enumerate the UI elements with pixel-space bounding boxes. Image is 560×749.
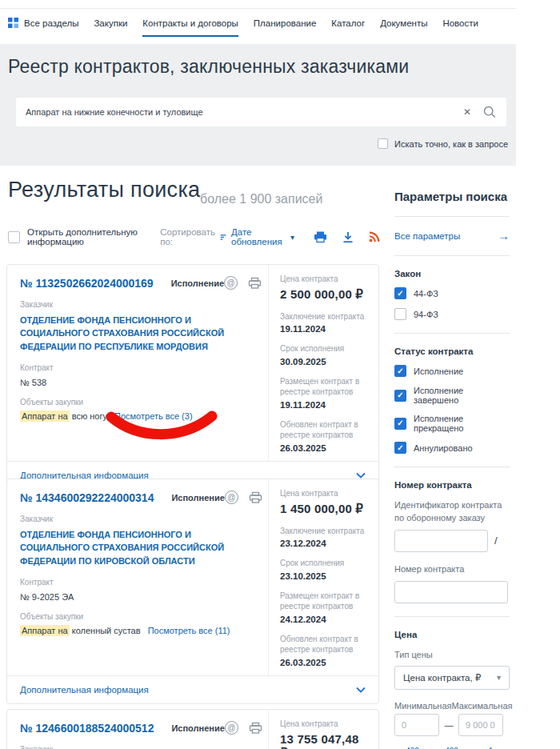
- nav-label: Все разделы: [24, 18, 78, 28]
- view-all-link[interactable]: Посмотреть все (11): [148, 626, 230, 635]
- status-section-title: Статус контракта: [394, 346, 510, 356]
- contract-number-link[interactable]: № 1434600292224000314: [20, 491, 154, 504]
- contracts-registry-page: Все разделы Закупки Контракты и договоры…: [0, 0, 560, 749]
- divider: [394, 616, 510, 617]
- contract-number-link[interactable]: № 1132502662024000169: [20, 277, 154, 290]
- contract-number-label: Номер контракта: [394, 563, 510, 576]
- nav-catalog[interactable]: Каталог: [331, 18, 365, 28]
- price-label: Цена контракта: [280, 719, 367, 730]
- contract-card: № 1434600292224000314 Исполнение @ Заказ…: [6, 479, 379, 704]
- subscribe-icon[interactable]: @: [225, 491, 238, 504]
- nav-label: Каталог: [331, 18, 365, 28]
- status-annulled-checkbox[interactable]: [394, 442, 406, 454]
- nav-news[interactable]: Новости: [442, 18, 478, 28]
- customer-link[interactable]: ОТДЕЛЕНИЕ ФОНДА ПЕНСИОННОГО И СОЦИАЛЬНОГ…: [20, 528, 255, 568]
- date-value: 24.12.2024: [280, 615, 367, 624]
- status-terminated-checkbox[interactable]: [394, 418, 406, 430]
- sort-value-link[interactable]: Дате обновления: [231, 227, 286, 246]
- status-option: Исполнение завершено: [394, 386, 510, 405]
- law-94fz-checkbox[interactable]: [394, 308, 406, 320]
- nav-purchases[interactable]: Закупки: [94, 18, 127, 28]
- customer-label: Заказчик: [20, 299, 255, 310]
- view-all-link[interactable]: Посмотреть все (3): [114, 411, 193, 421]
- date-value: 26.03.2025: [280, 658, 367, 667]
- price-type-select[interactable]: Цена контракта, ₽ ▾: [394, 666, 510, 690]
- status-completed-checkbox[interactable]: [394, 390, 406, 402]
- search-input[interactable]: [16, 98, 463, 126]
- subscribe-icon[interactable]: @: [224, 276, 238, 290]
- subscribe-icon[interactable]: @: [225, 721, 238, 735]
- hero-section: Реестр контрактов, заключенных заказчика…: [0, 44, 516, 166]
- max-price-input[interactable]: [458, 714, 503, 736]
- law-option: 44-ФЗ: [394, 287, 510, 299]
- exact-search-label: Искать точно, как в запросе: [394, 139, 508, 149]
- print-icon[interactable]: [248, 277, 262, 290]
- customer-label: Заказчик: [20, 514, 255, 525]
- main-nav: Все разделы Закупки Контракты и договоры…: [8, 18, 478, 28]
- range-dash: —: [439, 720, 458, 730]
- exact-search-checkbox[interactable]: [378, 138, 388, 149]
- minmax-inputs: —: [394, 714, 510, 736]
- status-option: Исполнение: [394, 365, 510, 377]
- object-text: всю ногу: [70, 411, 107, 421]
- print-icon[interactable]: [249, 491, 262, 504]
- law-option-label: 94-ФЗ: [414, 310, 438, 319]
- price-type-label: Тип цены: [394, 649, 510, 662]
- date-label: Заключение контракта: [280, 526, 367, 537]
- status-execution-checkbox[interactable]: [394, 365, 406, 377]
- defense-order-id-input[interactable]: [394, 530, 488, 552]
- card-price-column: Цена контракта 13 755 047,48 ₽ Заключени…: [268, 710, 378, 749]
- status-badge: Исполнение: [171, 278, 224, 288]
- chevron-down-icon: ▾: [497, 673, 501, 682]
- all-params-link[interactable]: Все параметры: [394, 231, 460, 241]
- contract-card: № 1132502662024000169 Исполнение @ Заказ…: [6, 264, 379, 490]
- sort-icon: [220, 233, 226, 242]
- contract-number-input[interactable]: [394, 581, 508, 603]
- status-badge: Исполнение: [171, 723, 224, 733]
- arrow-right-icon[interactable]: →: [498, 229, 510, 242]
- status-option-label: Исполнение прекращено: [414, 414, 510, 433]
- search-icon[interactable]: [483, 106, 496, 118]
- print-icon[interactable]: [249, 722, 262, 735]
- grid-icon: [8, 18, 18, 28]
- contract-value: № 538: [20, 378, 255, 387]
- results-title: Результаты поиска: [8, 178, 200, 202]
- min-price-input[interactable]: [394, 714, 439, 736]
- rss-icon[interactable]: [369, 231, 380, 242]
- contract-price: 1 450 000,00 ₽: [280, 502, 367, 516]
- nav-contracts[interactable]: Контракты и договоры: [142, 18, 238, 28]
- max-price-label: Максимальная: [452, 701, 513, 711]
- date-value: 19.11.2024: [280, 324, 367, 334]
- object-highlight: Аппарат на: [20, 411, 70, 422]
- chevron-down-icon[interactable]: [356, 687, 366, 693]
- contract-number-link[interactable]: № 1246600188524000512: [20, 722, 154, 735]
- contract-label: Контракт: [20, 362, 255, 374]
- law-option-label: 44-ФЗ: [414, 289, 438, 298]
- law-option: 94-ФЗ: [394, 308, 510, 320]
- customer-link[interactable]: ОТДЕЛЕНИЕ ФОНДА ПЕНСИОННОГО И СОЦИАЛЬНОГ…: [20, 314, 255, 354]
- contract-value: № 9-2025 ЭА: [20, 592, 255, 602]
- divider: [394, 255, 510, 256]
- chevron-down-icon[interactable]: ▾: [290, 233, 294, 242]
- law-44fz-checkbox[interactable]: [394, 287, 406, 299]
- contract-number-section-title: Номер контракта: [394, 480, 510, 490]
- nav-planning[interactable]: Планирование: [254, 18, 316, 28]
- more-info-link[interactable]: Дополнительная информация: [20, 685, 149, 695]
- search-box: ✕: [16, 98, 506, 126]
- print-icon[interactable]: [314, 230, 327, 243]
- card-footer: Дополнительная информация: [7, 675, 378, 703]
- clear-search-icon[interactable]: ✕: [463, 106, 471, 118]
- status-option: Аннулировано: [394, 442, 510, 454]
- nav-all-sections[interactable]: Все разделы: [8, 18, 78, 28]
- nav-documents[interactable]: Документы: [380, 18, 427, 28]
- objects-label: Объекты закупки: [20, 397, 255, 408]
- status-badge: Исполнение: [171, 493, 224, 503]
- download-icon[interactable]: [342, 231, 354, 243]
- divider: [394, 216, 510, 217]
- nav-label: Контракты и договоры: [142, 18, 238, 28]
- status-option-label: Аннулировано: [414, 443, 473, 453]
- chevron-down-icon[interactable]: [356, 472, 366, 479]
- date-label: Заключение контракта: [280, 311, 367, 322]
- open-info-checkbox[interactable]: [8, 231, 20, 243]
- date-label: Обновлен контракт в реестре контрактов: [280, 634, 367, 655]
